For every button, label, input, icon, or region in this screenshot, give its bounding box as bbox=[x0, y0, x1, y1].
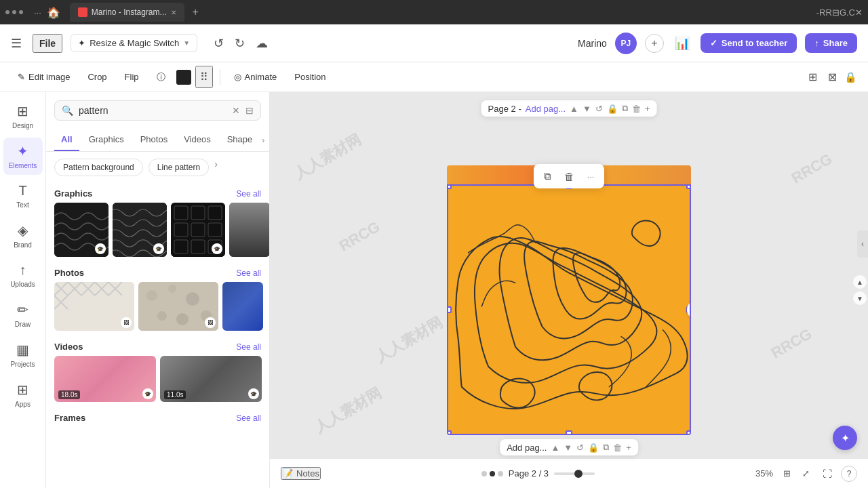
graphic-item-3[interactable] bbox=[171, 203, 225, 257]
grid-view-button[interactable]: ⊞ bbox=[778, 466, 795, 482]
tabs-more-arrow[interactable]: › bbox=[262, 136, 264, 145]
handle-bottom-right[interactable] bbox=[686, 430, 691, 435]
filter-button[interactable]: ⊟ bbox=[245, 105, 254, 116]
bottom-nav-up[interactable]: ▲ bbox=[551, 443, 559, 453]
edit-image-button[interactable]: ✎ Edit image bbox=[11, 68, 77, 85]
file-menu-button[interactable]: File bbox=[33, 34, 62, 53]
page-lock-icon[interactable]: 🔒 bbox=[607, 104, 618, 114]
bottom-nav-down[interactable]: ▼ bbox=[564, 443, 572, 453]
main-canvas-image[interactable]: ↻ bbox=[447, 184, 691, 435]
graphics-see-all-button[interactable]: See all bbox=[236, 189, 261, 199]
suggestion-pattern-background[interactable]: Pattern background bbox=[54, 159, 143, 176]
checkerboard-icon[interactable]: ⊞ bbox=[805, 67, 821, 87]
panels-scroll[interactable]: Graphics See all bbox=[46, 183, 269, 488]
photo-item-2[interactable]: 🖼 bbox=[138, 282, 218, 331]
user-avatar-button[interactable]: PJ bbox=[615, 33, 637, 54]
animate-button[interactable]: ◎ Animate bbox=[227, 68, 284, 85]
video-item-1[interactable]: 18.0s 🎓 bbox=[54, 356, 156, 402]
sidebar-item-design-label: Design bbox=[12, 122, 33, 129]
sidebar-item-apps[interactable]: ⊞ Apps bbox=[3, 376, 43, 413]
redo-button[interactable]: ↻ bbox=[232, 33, 248, 54]
lock-icon[interactable]: 🔒 bbox=[844, 71, 857, 83]
video-item-2[interactable]: 11.0s 🎓 bbox=[160, 356, 262, 402]
handle-top-left[interactable] bbox=[447, 184, 452, 189]
add-collaborator-button[interactable]: + bbox=[645, 34, 664, 53]
page-nav-up[interactable]: ▲ bbox=[570, 104, 578, 114]
search-input[interactable] bbox=[79, 105, 226, 116]
bottom-add-icon[interactable]: + bbox=[626, 443, 631, 453]
canvas-area[interactable]: 人人素材网 RRCG 人人素材网 RRCG 人人素材网 RRCG Page 2 … bbox=[270, 92, 868, 488]
clear-search-button[interactable]: ✕ bbox=[232, 105, 240, 116]
bottom-lock-icon[interactable]: 🔒 bbox=[588, 443, 599, 453]
handle-top-right[interactable] bbox=[686, 184, 691, 189]
page-refresh-icon[interactable]: ↺ bbox=[595, 104, 603, 114]
handle-bottom-left[interactable] bbox=[447, 430, 452, 435]
browser-tab[interactable]: Marino - Instagram... ✕ bbox=[70, 3, 184, 22]
photo-item-3[interactable] bbox=[222, 282, 263, 331]
suggestions-more-arrow[interactable]: › bbox=[214, 159, 218, 176]
tab-videos[interactable]: Videos bbox=[177, 129, 218, 151]
page-delete-icon[interactable]: 🗑 bbox=[632, 104, 641, 114]
frames-see-all-button[interactable]: See all bbox=[236, 413, 261, 423]
suggestion-line-pattern[interactable]: Line pattern bbox=[149, 159, 209, 176]
scroll-down-button[interactable]: ▼ bbox=[853, 291, 867, 305]
photos-see-all-button[interactable]: See all bbox=[236, 268, 261, 278]
save-cloud-button[interactable]: ☁ bbox=[253, 33, 271, 54]
flip-button[interactable]: Flip bbox=[118, 68, 146, 85]
crop-button[interactable]: Crop bbox=[81, 68, 113, 85]
info-button[interactable]: ⓘ bbox=[150, 68, 172, 87]
tab-label: Marino - Instagram... bbox=[92, 7, 167, 17]
sidebar-item-text[interactable]: T Text bbox=[3, 178, 43, 214]
home-icon[interactable]: 🏠 bbox=[47, 6, 60, 19]
graphic-item-4[interactable] bbox=[229, 203, 269, 257]
sidebar-item-design[interactable]: ⊞ Design bbox=[3, 98, 43, 135]
photo-item-1[interactable]: 🖼 bbox=[54, 282, 134, 331]
help-button[interactable]: ? bbox=[841, 466, 857, 482]
color-swatch[interactable] bbox=[176, 70, 191, 85]
position-button[interactable]: Position bbox=[288, 68, 332, 85]
zoom-slider[interactable] bbox=[554, 472, 595, 475]
bottom-copy-icon[interactable]: ⧉ bbox=[603, 442, 609, 453]
videos-see-all-button[interactable]: See all bbox=[236, 342, 261, 352]
page-nav-down[interactable]: ▼ bbox=[583, 104, 591, 114]
zoom-slider-thumb[interactable] bbox=[574, 470, 583, 478]
sidebar-item-brand[interactable]: ◈ Brand bbox=[3, 217, 43, 254]
graphic-item-2[interactable] bbox=[113, 203, 167, 257]
videos-scroll-arrow[interactable]: › bbox=[269, 373, 269, 384]
sidebar-item-projects[interactable]: ▦ Projects bbox=[3, 336, 43, 373]
crop-alt-icon[interactable]: ⊠ bbox=[825, 67, 840, 87]
assistant-button[interactable]: ✦ bbox=[833, 426, 857, 450]
page-add-icon[interactable]: + bbox=[645, 104, 650, 114]
sidebar-item-uploads[interactable]: ↑ Uploads bbox=[3, 257, 43, 293]
bottom-delete-icon[interactable]: 🗑 bbox=[613, 443, 622, 453]
tab-graphics[interactable]: Graphics bbox=[82, 129, 131, 151]
send-to-teacher-button[interactable]: ✓ Send to teacher bbox=[701, 33, 797, 53]
float-more-button[interactable]: ··· bbox=[581, 167, 600, 186]
menu-icon[interactable]: ☰ bbox=[11, 36, 22, 51]
scroll-up-button[interactable]: ▲ bbox=[853, 275, 867, 289]
share-button[interactable]: ↑ Share bbox=[805, 33, 857, 53]
float-delete-button[interactable]: 🗑 bbox=[559, 167, 578, 186]
bottom-refresh-icon[interactable]: ↺ bbox=[576, 443, 584, 453]
analytics-icon[interactable]: 📊 bbox=[672, 33, 692, 54]
float-copy-button[interactable]: ⧉ bbox=[538, 167, 557, 186]
grid-icon-button[interactable]: ⠿ bbox=[195, 66, 213, 88]
tab-photos[interactable]: Photos bbox=[134, 129, 174, 151]
tab-close-icon[interactable]: ✕ bbox=[171, 9, 176, 16]
notes-button[interactable]: 📝 Notes bbox=[281, 467, 321, 480]
undo-button[interactable]: ↺ bbox=[211, 33, 226, 54]
sidebar-item-draw[interactable]: ✏ Draw bbox=[3, 296, 43, 333]
handle-mid-bottom[interactable] bbox=[566, 430, 572, 435]
handle-mid-left[interactable] bbox=[447, 306, 452, 313]
more-dots-icon[interactable]: ··· bbox=[34, 7, 41, 18]
graphic-item-1[interactable] bbox=[54, 203, 108, 257]
resize-magic-switch-button[interactable]: ✦ Resize & Magic Switch ▼ bbox=[71, 34, 197, 52]
tab-all[interactable]: All bbox=[54, 129, 79, 151]
tab-shapes[interactable]: Shape bbox=[220, 129, 260, 151]
fit-view-button[interactable]: ⤢ bbox=[797, 466, 814, 482]
add-page-text[interactable]: Add pag... bbox=[526, 104, 566, 114]
page-copy-icon[interactable]: ⧉ bbox=[622, 103, 628, 114]
fullscreen-button[interactable]: ⛶ bbox=[819, 466, 835, 482]
new-tab-icon[interactable]: + bbox=[193, 6, 199, 18]
sidebar-item-elements[interactable]: ✦ Elements bbox=[3, 138, 43, 175]
